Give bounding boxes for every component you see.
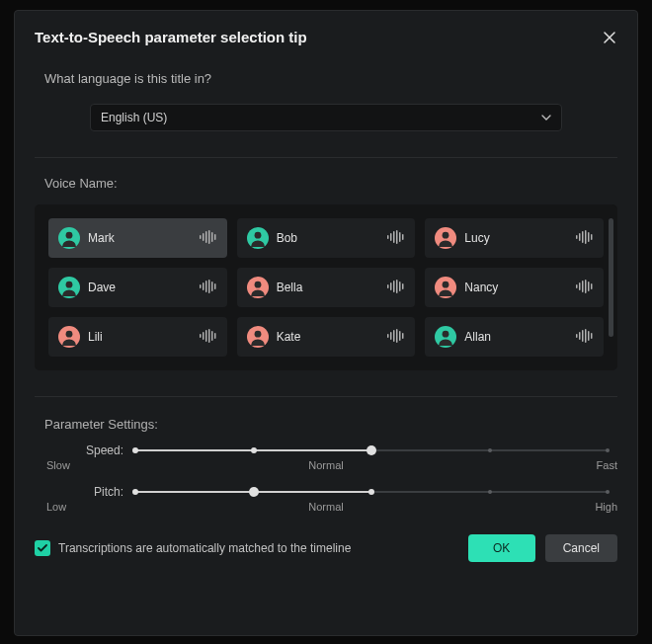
svg-rect-11 xyxy=(390,233,392,241)
soundwave-icon[interactable] xyxy=(200,280,217,296)
svg-point-49 xyxy=(66,331,73,338)
soundwave-icon[interactable] xyxy=(387,329,405,346)
transcription-checkbox[interactable] xyxy=(35,540,50,556)
slider-tick xyxy=(488,448,492,452)
slider-thumb[interactable] xyxy=(249,487,259,497)
voice-card-mark[interactable]: Mark xyxy=(48,218,227,258)
avatar-icon xyxy=(435,326,456,348)
svg-rect-36 xyxy=(393,281,395,292)
voice-card-nancy[interactable]: Nancy xyxy=(425,268,604,307)
chevron-down-icon xyxy=(541,115,551,121)
svg-rect-68 xyxy=(582,330,584,342)
cancel-button[interactable]: Cancel xyxy=(545,534,617,562)
speed-slider-row: Speed: xyxy=(35,443,617,457)
soundwave-icon[interactable] xyxy=(387,280,405,296)
svg-rect-29 xyxy=(208,280,210,293)
soundwave-icon[interactable] xyxy=(576,329,594,346)
svg-rect-71 xyxy=(591,333,593,339)
svg-rect-13 xyxy=(396,230,398,244)
svg-rect-62 xyxy=(399,331,401,341)
svg-rect-51 xyxy=(203,332,204,340)
svg-rect-38 xyxy=(399,282,401,291)
svg-rect-4 xyxy=(205,231,207,243)
svg-point-25 xyxy=(66,282,73,288)
close-button[interactable] xyxy=(602,30,617,45)
slider-tick xyxy=(132,489,138,495)
svg-rect-23 xyxy=(591,234,593,240)
pitch-slider[interactable] xyxy=(135,485,608,499)
divider xyxy=(35,157,617,158)
pitch-slider-row: Pitch: xyxy=(35,485,617,499)
voice-card-dave[interactable]: Dave xyxy=(48,268,227,307)
soundwave-icon[interactable] xyxy=(200,230,217,247)
pitch-tick-low: Low xyxy=(46,501,66,513)
svg-rect-60 xyxy=(393,330,395,342)
svg-rect-5 xyxy=(208,230,210,244)
svg-rect-12 xyxy=(393,231,395,243)
svg-rect-69 xyxy=(585,329,587,343)
voice-name-label: Lucy xyxy=(464,231,568,245)
language-select[interactable]: English (US) xyxy=(90,104,562,131)
speed-slider[interactable] xyxy=(135,443,608,457)
speed-tick-normal: Normal xyxy=(308,459,343,471)
svg-rect-21 xyxy=(585,230,587,244)
checkmark-icon xyxy=(38,544,47,552)
ok-button[interactable]: OK xyxy=(468,534,535,562)
svg-rect-66 xyxy=(576,334,578,338)
dialog-header: Text-to-Speech parameter selection tip xyxy=(35,29,617,45)
avatar-icon xyxy=(58,277,80,298)
soundwave-icon[interactable] xyxy=(200,329,217,346)
svg-rect-22 xyxy=(588,232,590,242)
voice-name-label: Lili xyxy=(88,330,192,344)
slider-tick xyxy=(488,490,492,494)
slider-tick xyxy=(606,490,610,494)
svg-rect-26 xyxy=(200,284,202,288)
voice-card-bob[interactable]: Bob xyxy=(237,218,416,258)
voice-name-label: Bella xyxy=(277,281,380,294)
voice-name-label: Dave xyxy=(88,281,192,294)
voice-card-bella[interactable]: Bella xyxy=(237,268,416,307)
language-select-row: English (US) xyxy=(35,104,617,131)
scrollbar-thumb[interactable] xyxy=(609,218,613,337)
scrollbar-track[interactable] xyxy=(609,218,613,357)
svg-rect-53 xyxy=(208,329,210,343)
svg-rect-20 xyxy=(582,231,584,243)
svg-rect-2 xyxy=(200,235,202,239)
voice-card-kate[interactable]: Kate xyxy=(237,317,416,357)
avatar-icon xyxy=(435,277,456,298)
soundwave-icon[interactable] xyxy=(387,230,405,247)
svg-point-41 xyxy=(443,282,449,288)
svg-rect-70 xyxy=(588,331,590,341)
svg-rect-19 xyxy=(579,233,581,241)
voice-card-lucy[interactable]: Lucy xyxy=(425,218,604,258)
language-question: What language is this title in? xyxy=(44,71,617,86)
svg-point-17 xyxy=(443,232,449,239)
transcription-checkbox-label: Transcriptions are automatically matched… xyxy=(58,541,351,555)
slider-tick xyxy=(251,447,257,453)
voice-name-label: Allan xyxy=(464,330,568,344)
svg-rect-6 xyxy=(211,232,213,242)
voice-name-label: Nancy xyxy=(464,281,568,294)
voice-card-lili[interactable]: Lili xyxy=(48,317,227,357)
svg-rect-43 xyxy=(579,282,581,290)
svg-rect-3 xyxy=(203,233,204,241)
voice-card-allan[interactable]: Allan xyxy=(425,317,604,357)
soundwave-icon[interactable] xyxy=(576,230,594,247)
pitch-tick-high: High xyxy=(595,501,617,513)
transcription-checkbox-row: Transcriptions are automatically matched… xyxy=(35,540,458,556)
speed-label: Speed: xyxy=(74,443,123,457)
svg-rect-58 xyxy=(387,334,389,338)
soundwave-icon[interactable] xyxy=(576,280,594,296)
avatar-icon xyxy=(247,277,269,298)
voices-panel: MarkBobLucyDaveBellaNancyLiliKateAllan xyxy=(35,204,617,370)
svg-rect-30 xyxy=(211,282,213,291)
svg-rect-34 xyxy=(387,284,389,288)
svg-point-1 xyxy=(66,232,73,239)
tts-param-dialog: Text-to-Speech parameter selection tip W… xyxy=(14,10,638,636)
svg-point-57 xyxy=(254,331,261,338)
dialog-title: Text-to-Speech parameter selection tip xyxy=(35,29,307,45)
slider-thumb[interactable] xyxy=(367,445,376,455)
svg-rect-27 xyxy=(203,282,204,290)
voice-name-label: Kate xyxy=(277,330,380,344)
slider-tick xyxy=(606,448,610,452)
